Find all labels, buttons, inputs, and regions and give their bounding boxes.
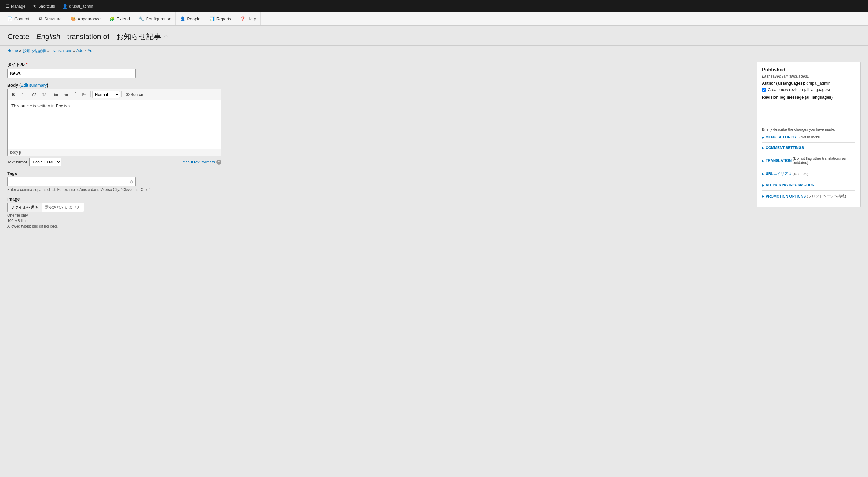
svg-rect-11	[65, 94, 68, 95]
file-input-display: ファイルを選択 選択されていません	[7, 203, 84, 212]
appearance-label: Appearance	[78, 16, 101, 22]
bookmark-icon[interactable]: ☆	[163, 33, 168, 40]
reports-label: Reports	[216, 16, 231, 22]
comment-settings-triangle: ▶	[762, 146, 765, 150]
svg-point-2	[54, 94, 55, 95]
shortcuts-menu-item[interactable]: ★ Shortcuts	[30, 2, 58, 10]
title-input[interactable]	[7, 69, 136, 78]
url-alias-header[interactable]: ▶ URLエイリアス (No alias)	[762, 171, 856, 176]
editor-toolbar: B I	[8, 89, 221, 100]
menu-settings-section: ▶ MENU SETTINGS (Not in menu)	[762, 132, 856, 142]
editor-container: B I	[7, 89, 221, 156]
format-dropdown[interactable]: Normal Heading 1 Heading 2	[92, 91, 120, 98]
translation-title: TRANSLATION	[766, 159, 792, 163]
tags-search-icon: ⊙	[130, 179, 133, 184]
comment-settings-section: ▶ COMMENT SETTINGS	[762, 142, 856, 153]
blockquote-button[interactable]: “	[71, 91, 79, 98]
bold-button[interactable]: B	[9, 91, 18, 98]
text-format-row: Text format Basic HTML Full HTML Plain t…	[7, 158, 221, 166]
ol-button[interactable]: 1. 2. 3.	[61, 91, 71, 97]
translation-header[interactable]: ▶ TRANSLATION (Do not flag other transla…	[762, 156, 856, 165]
nav-people[interactable]: 👤 People	[176, 12, 205, 25]
about-text-formats-link[interactable]: About text formats	[183, 160, 215, 164]
svg-rect-10	[65, 93, 68, 94]
content-label: Content	[14, 16, 29, 22]
comment-settings-header[interactable]: ▶ COMMENT SETTINGS	[762, 146, 856, 150]
url-alias-section: ▶ URLエイリアス (No alias)	[762, 168, 856, 179]
breadcrumb-home[interactable]: Home	[7, 48, 18, 53]
breadcrumb-node[interactable]: お知らせ記事	[22, 48, 46, 53]
nav-content[interactable]: 📄 Content	[3, 12, 34, 25]
hamburger-icon: ☰	[5, 4, 9, 8]
structure-icon: 🏗	[38, 16, 42, 22]
promotion-section: ▶ PROMOTION OPTIONS (フロントページへ掲載)	[762, 190, 856, 202]
revision-log-textarea[interactable]	[762, 101, 856, 125]
configuration-label: Configuration	[146, 16, 171, 22]
last-saved-label: Last saved (all languages):	[762, 74, 856, 78]
file-choose-button[interactable]: ファイルを選択	[8, 203, 42, 212]
title-node: お知らせ記事	[116, 32, 161, 41]
page-header: Create English translation of お知らせ記事 ☆	[0, 26, 868, 45]
title-middle: translation of	[67, 32, 109, 41]
toolbar-divider-1	[28, 91, 28, 97]
authoring-title: AUTHORING INFORMATION	[766, 183, 814, 187]
help-label: Help	[247, 16, 256, 22]
nav-structure[interactable]: 🏗 Structure	[34, 12, 66, 25]
text-format-left: Text format Basic HTML Full HTML Plain t…	[7, 158, 61, 166]
title-prefix: Create	[7, 32, 29, 41]
manage-menu-item[interactable]: ☰ Manage	[2, 2, 28, 10]
svg-line-15	[127, 93, 128, 96]
title-required: *	[26, 62, 27, 67]
nav-extend[interactable]: 🧩 Extend	[105, 12, 134, 25]
tags-input[interactable]	[7, 177, 136, 186]
svg-text:3.: 3.	[64, 95, 65, 96]
extend-label: Extend	[117, 16, 130, 22]
text-format-select[interactable]: Basic HTML Full HTML Plain text	[29, 158, 61, 166]
breadcrumb-translations[interactable]: Translations	[51, 48, 72, 53]
text-format-label: Text format	[7, 160, 27, 164]
user-menu-item[interactable]: 👤 drupal_admin	[59, 2, 96, 10]
nav-reports[interactable]: 📊 Reports	[205, 12, 236, 25]
content-icon: 📄	[7, 16, 12, 22]
manage-label: Manage	[11, 4, 25, 8]
star-icon: ★	[33, 4, 37, 8]
toolbar-divider-3	[90, 91, 91, 97]
text-format-right: About text formats ?	[183, 160, 222, 165]
title-lang: English	[36, 32, 61, 41]
editor-body[interactable]: This article is written in English.	[8, 100, 221, 149]
breadcrumb-add1[interactable]: Add	[76, 48, 84, 53]
authoring-header[interactable]: ▶ AUTHORING INFORMATION	[762, 183, 856, 187]
shortcuts-label: Shortcuts	[38, 4, 55, 8]
link-button[interactable]	[29, 91, 38, 98]
menu-settings-triangle: ▶	[762, 136, 765, 139]
svg-point-3	[54, 95, 55, 96]
toolbar-divider-2	[50, 91, 50, 97]
ul-button[interactable]	[52, 91, 61, 97]
extend-icon: 🧩	[110, 16, 115, 22]
page-title: Create English translation of お知らせ記事 ☆	[7, 32, 861, 41]
menu-settings-header[interactable]: ▶ MENU SETTINGS (Not in menu)	[762, 135, 856, 139]
svg-rect-5	[55, 94, 58, 95]
image-button[interactable]	[80, 91, 89, 97]
svg-rect-4	[55, 93, 58, 94]
appearance-icon: 🎨	[71, 16, 76, 22]
revision-hint: Briefly describe the changes you have ma…	[762, 127, 856, 132]
breadcrumb-add2[interactable]: Add	[88, 48, 95, 53]
unlink-button[interactable]	[39, 91, 48, 98]
source-button[interactable]: Source	[123, 91, 146, 98]
menu-settings-title: MENU SETTINGS	[766, 135, 796, 139]
nav-appearance[interactable]: 🎨 Appearance	[66, 12, 105, 25]
user-icon: 👤	[62, 4, 67, 8]
edit-summary-link[interactable]: Edit summary	[21, 83, 47, 88]
nav-help[interactable]: ❓ Help	[236, 12, 261, 25]
help-icon: ❓	[240, 16, 245, 22]
revision-checkbox[interactable]	[762, 88, 766, 92]
main-content: タイトル * Body (Edit summary) B I	[0, 56, 868, 477]
image-label: Image	[7, 197, 751, 202]
translation-section: ▶ TRANSLATION (Do not flag other transla…	[762, 153, 856, 168]
authoring-section: ▶ AUTHORING INFORMATION	[762, 179, 856, 190]
promotion-header[interactable]: ▶ PROMOTION OPTIONS (フロントページへ掲載)	[762, 194, 856, 199]
file-hint2: 100 MB limit.	[7, 219, 751, 223]
nav-configuration[interactable]: 🔧 Configuration	[134, 12, 176, 25]
italic-button[interactable]: I	[18, 91, 26, 98]
